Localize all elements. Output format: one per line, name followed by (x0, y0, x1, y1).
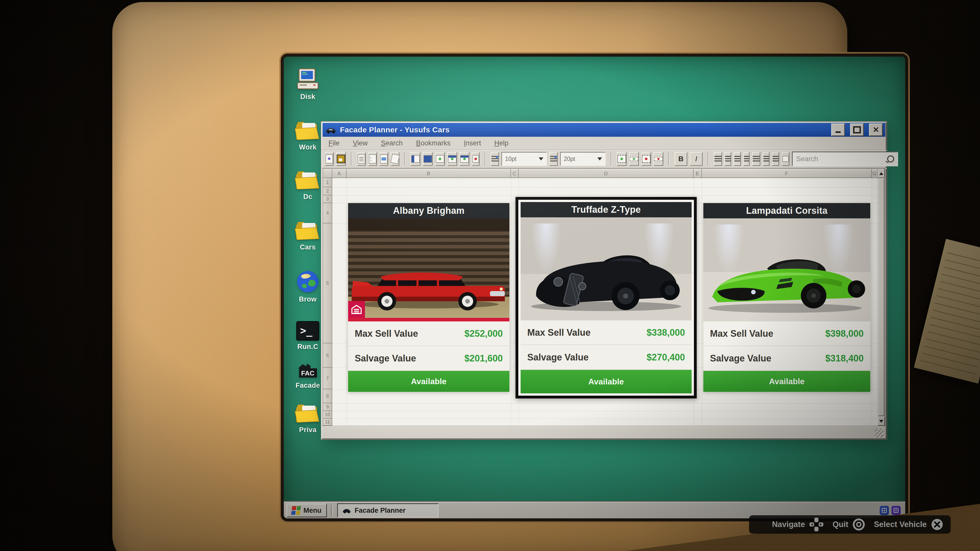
maximize-button[interactable] (850, 124, 864, 136)
folder-icon (294, 403, 321, 424)
column-header-a[interactable]: A (332, 169, 347, 178)
column-header-d[interactable]: D (519, 169, 694, 178)
valign-bottom-button[interactable] (772, 152, 779, 166)
align-right-button[interactable] (743, 152, 749, 166)
tray-icon-display[interactable] (891, 506, 900, 515)
window-titlebar[interactable]: Facade Planner - Yusufs Cars ✕ (323, 123, 885, 137)
copy-pages-button[interactable] (391, 152, 399, 166)
scroll-up-button[interactable] (878, 169, 885, 178)
column-header-b[interactable]: B (347, 169, 511, 178)
row-header-9[interactable]: 9 (323, 403, 332, 411)
available-button[interactable]: Available (703, 371, 870, 392)
list-large-button[interactable] (549, 152, 558, 166)
panel-green-dot-button[interactable] (435, 152, 445, 166)
column-header-c[interactable]: C (511, 169, 519, 178)
font-size-small-dropdown[interactable]: 10pt (501, 152, 547, 166)
minimize-icon (835, 131, 841, 133)
scroll-down-button[interactable] (878, 416, 885, 426)
wrap-text-button[interactable] (782, 152, 789, 166)
select-all-corner[interactable] (323, 169, 332, 178)
row-header-1[interactable]: 1 (323, 178, 332, 187)
vehicle-name: Truffade Z-Type (571, 204, 641, 215)
row-header-6[interactable]: 6 (323, 343, 332, 368)
row-header-8[interactable]: 8 (323, 389, 332, 403)
row-above-red-button[interactable] (654, 152, 663, 166)
resize-grip[interactable] (875, 429, 883, 437)
hint-navigate: Navigate (772, 517, 824, 532)
row-header-4[interactable]: 4 (323, 203, 332, 224)
vertical-scrollbar[interactable] (878, 168, 885, 426)
menu-search[interactable]: Search (381, 139, 403, 147)
vehicle-card-truffade-ztype[interactable]: Truffade Z-Type (520, 202, 692, 393)
panel-left-button[interactable] (410, 152, 420, 166)
minimize-button[interactable] (831, 124, 845, 136)
column-header-f[interactable]: F (702, 169, 872, 178)
panel-fill-button[interactable] (423, 152, 433, 166)
salvage-value: $318,400 (825, 353, 864, 364)
menu-bar: File View Search Bookmarks Insert Help (321, 137, 886, 150)
list-small-button[interactable] (491, 152, 499, 166)
scrollbar-thumb[interactable] (878, 179, 884, 416)
search-input[interactable] (796, 155, 887, 163)
svg-text:FAC: FAC (301, 369, 314, 377)
vehicle-card-albany-brigham[interactable]: Albany Brigham (348, 203, 509, 392)
toolbar-separator (404, 152, 406, 165)
row-header-3[interactable]: 3 (323, 195, 332, 203)
folder-icon (294, 169, 321, 191)
row-above-green-button[interactable] (629, 152, 639, 166)
max-sell-label: Max Sell Value (355, 328, 418, 339)
max-sell-value: $252,000 (465, 328, 503, 339)
toolbar-separator (611, 152, 612, 165)
row-header-5[interactable]: 5 (323, 224, 332, 343)
doc-dots-button[interactable] (368, 152, 377, 166)
desktop-icon-disk[interactable]: Disk (287, 68, 328, 101)
doc-image-button[interactable] (380, 152, 388, 166)
align-center-button[interactable] (734, 152, 741, 166)
new-file-button[interactable] (325, 152, 334, 166)
italic-button[interactable]: I (690, 152, 703, 166)
vehicle-card-selected-border[interactable]: Truffade Z-Type (515, 197, 697, 399)
row-header-11[interactable]: 11 (323, 419, 332, 426)
font-size-large-dropdown[interactable]: 20pt (560, 152, 606, 166)
align-justify-button[interactable] (714, 152, 722, 166)
max-sell-label: Max Sell Value (527, 327, 590, 338)
menu-bookmarks[interactable]: Bookmarks (416, 139, 450, 147)
vehicle-name: Albany Brigham (393, 205, 465, 216)
menu-insert[interactable]: Insert (464, 139, 481, 147)
row-header-7[interactable]: 7 (323, 368, 332, 389)
row-header-10[interactable]: 10 (323, 411, 332, 419)
column-header-e[interactable]: E (694, 169, 702, 178)
panel-top-green-button[interactable] (447, 152, 457, 166)
valign-middle-button[interactable] (763, 152, 770, 166)
menu-file[interactable]: File (328, 139, 340, 147)
valign-top-button[interactable] (752, 152, 760, 166)
column-headers: A B C D E F G (323, 169, 878, 178)
tray-icon-network[interactable] (880, 506, 889, 515)
align-left-button[interactable] (724, 152, 731, 166)
green-supercar-illustration (703, 218, 870, 321)
panel-red-dot-button[interactable] (472, 152, 479, 166)
max-sell-label: Max Sell Value (710, 328, 773, 339)
available-button[interactable]: Available (520, 370, 692, 393)
row-insert-green-button[interactable] (617, 152, 627, 166)
vehicle-card-lampadati-corsita[interactable]: Lampadati Corsita (703, 203, 870, 392)
save-button[interactable] (336, 152, 346, 166)
max-sell-row: Max Sell Value $398,000 (703, 321, 870, 346)
column-header-g[interactable]: G (872, 169, 878, 178)
menu-help[interactable]: Help (494, 139, 509, 147)
doc-lines-button[interactable] (357, 152, 366, 166)
close-button[interactable]: ✕ (869, 124, 883, 136)
panel-top-green2-button[interactable] (460, 152, 469, 166)
font-size-small-value: 10pt (505, 156, 539, 162)
red-limousine-illustration (348, 218, 509, 321)
salvage-row: Salvage Value $318,400 (703, 346, 870, 371)
row-insert-red-button[interactable] (641, 152, 651, 166)
bold-button[interactable]: B (675, 152, 687, 166)
start-menu-button[interactable]: Menu (286, 503, 327, 517)
menu-view[interactable]: View (353, 139, 368, 147)
available-button[interactable]: Available (348, 371, 509, 392)
chevron-down-icon (597, 157, 602, 160)
taskbar-active-task[interactable]: Facade Planner (337, 503, 439, 518)
chevron-down-icon (539, 157, 543, 160)
row-header-2[interactable]: 2 (323, 187, 332, 195)
